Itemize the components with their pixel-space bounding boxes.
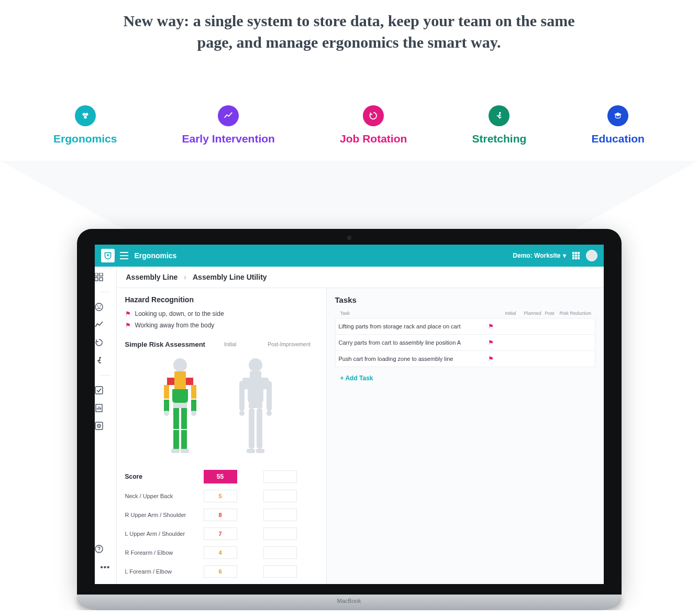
chevron-right-icon: ›: [184, 273, 186, 281]
svg-rect-15: [95, 278, 98, 281]
score-row: R Forearm / Elbow4: [125, 543, 318, 562]
nav-target-icon[interactable]: [95, 421, 116, 431]
svg-point-20: [99, 357, 101, 359]
svg-rect-10: [572, 257, 574, 259]
breadcrumb-parent[interactable]: Assembly Line: [126, 273, 178, 281]
nav-face-icon[interactable]: [95, 302, 116, 312]
score-part-post[interactable]: [263, 527, 297, 540]
score-part-post[interactable]: [263, 565, 297, 578]
score-row: R Upper Arm / Shoulder8: [125, 505, 318, 524]
svg-point-2: [84, 116, 86, 118]
workspace-name: Demo: Worksite: [513, 252, 560, 259]
svg-rect-7: [572, 255, 574, 257]
breadcrumb: Assembly Line › Assembly Line Utility: [117, 267, 604, 288]
svg-rect-34: [191, 385, 196, 399]
breadcrumb-current: Assembly Line Utility: [193, 273, 267, 281]
hazard-text: Looking up, down, or to the side: [135, 310, 224, 317]
svg-rect-43: [181, 430, 187, 449]
chevron-down-icon: ▾: [563, 252, 566, 259]
body-post[interactable]: [227, 357, 284, 456]
feature-stretching[interactable]: Stretching: [472, 105, 526, 145]
feature-education[interactable]: Education: [591, 105, 645, 145]
th-risk: Risk Reduction: [560, 311, 592, 316]
svg-rect-40: [173, 408, 179, 429]
score-table: Score 55 Neck / Upper Back5R Upper Arm /…: [125, 467, 318, 581]
svg-point-52: [267, 411, 272, 416]
app-logo[interactable]: [101, 249, 115, 262]
add-task-button[interactable]: + Add Task: [335, 375, 595, 382]
score-part-post[interactable]: [263, 509, 297, 521]
svg-rect-54: [249, 408, 254, 449]
th-post: Post: [545, 311, 560, 316]
svg-point-17: [95, 303, 103, 311]
nav-help-icon[interactable]: [95, 544, 116, 554]
th-planned: Planned: [524, 311, 545, 316]
feature-label: Job Rotation: [340, 133, 407, 145]
hazard-row[interactable]: ⚑ Looking up, down, or to the side: [125, 310, 318, 317]
app-title: Ergonomics: [135, 251, 177, 260]
score-part-post[interactable]: [263, 490, 297, 502]
nav-dashboard-icon[interactable]: [95, 272, 116, 282]
nav-activity-icon[interactable]: [95, 320, 116, 330]
svg-point-28: [173, 358, 187, 372]
svg-rect-32: [174, 378, 186, 389]
nav-more-icon[interactable]: •••: [95, 562, 116, 573]
app-screen: Ergonomics Demo: Worksite ▾: [95, 245, 604, 584]
score-part-post[interactable]: [263, 546, 297, 559]
feature-job-rotation[interactable]: Job Rotation: [340, 105, 407, 145]
task-header: Task Initial Planned Post Risk Reduction: [335, 309, 595, 318]
apps-grid-icon[interactable]: [572, 252, 580, 259]
user-avatar[interactable]: [586, 250, 597, 261]
svg-point-51: [239, 411, 245, 416]
workspace-selector[interactable]: Demo: Worksite ▾: [513, 252, 566, 259]
nav-rotate-icon[interactable]: [95, 337, 116, 348]
hazard-row[interactable]: ⚑ Working away from the body: [125, 322, 318, 329]
arrow-illustration: [0, 58, 698, 95]
svg-rect-47: [250, 371, 261, 378]
col-initial: Initial: [224, 342, 236, 347]
nav-person-icon[interactable]: [95, 355, 116, 366]
assessment-title: Simple Risk Assessment: [125, 340, 205, 348]
chart-line-icon: [218, 105, 239, 126]
feature-early-intervention[interactable]: Early Intervention: [182, 105, 275, 145]
score-part-label: L Forearm / Elbow: [125, 568, 204, 575]
nav-report-icon[interactable]: [95, 403, 116, 413]
flag-icon[interactable]: ⚑: [488, 355, 505, 362]
assessment-panel: Hazard Recognition ⚑ Looking up, down, o…: [117, 288, 326, 584]
col-post: Post-Improvement: [268, 342, 311, 347]
svg-rect-11: [575, 257, 577, 259]
svg-rect-5: [575, 252, 577, 254]
svg-rect-12: [578, 257, 580, 259]
score-row: Neck / Upper Back5: [125, 487, 318, 505]
th-initial: Initial: [505, 311, 524, 316]
task-name: Lifting parts from storage rack and plac…: [339, 323, 488, 329]
flag-icon[interactable]: ⚑: [488, 339, 505, 346]
score-part-initial: 7: [204, 527, 237, 540]
svg-rect-53: [249, 403, 262, 408]
task-row[interactable]: Carry parts from cart to assembly line p…: [335, 335, 595, 351]
body-initial[interactable]: [151, 357, 209, 456]
score-value-post[interactable]: [263, 470, 297, 483]
task-name: Push cart from loading zone to assembly …: [339, 356, 488, 362]
svg-rect-4: [572, 252, 574, 254]
svg-rect-39: [173, 403, 187, 408]
svg-rect-13: [95, 273, 98, 276]
flag-icon[interactable]: ⚑: [488, 323, 505, 330]
hamburger-menu-icon[interactable]: [120, 252, 128, 259]
nav-check-icon[interactable]: [95, 385, 116, 395]
score-part-label: R Upper Arm / Shoulder: [125, 512, 204, 518]
task-name: Carry parts from cart to assembly line p…: [339, 339, 488, 346]
task-row[interactable]: Push cart from loading zone to assembly …: [335, 351, 595, 367]
score-part-label: R Forearm / Elbow: [125, 549, 204, 556]
feature-ergonomics[interactable]: Ergonomics: [53, 105, 117, 145]
laptop-mockup: Ergonomics Demo: Worksite ▾: [77, 229, 622, 610]
task-row[interactable]: Lifting parts from storage rack and plac…: [335, 318, 595, 335]
svg-point-0: [82, 113, 85, 116]
score-row: L Upper Arm / Shoulder7: [125, 524, 318, 543]
svg-point-19: [99, 305, 101, 306]
feature-label: Stretching: [472, 133, 526, 145]
nav-rail: •••: [95, 267, 117, 584]
svg-rect-49: [239, 381, 245, 411]
th-task: Task: [338, 311, 489, 316]
score-row: L Forearm / Elbow6: [125, 562, 318, 581]
